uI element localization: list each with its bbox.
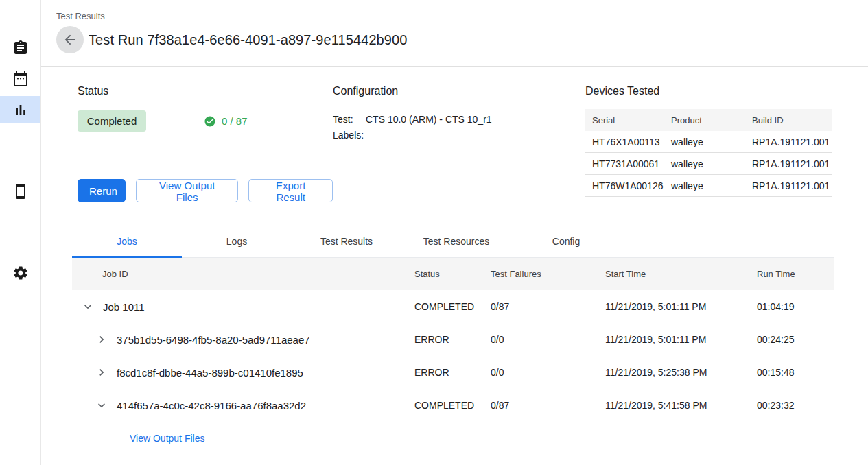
expand-attempt-button[interactable] (95, 333, 108, 346)
sidebar-item-test-plans[interactable] (0, 34, 40, 62)
view-output-files-link[interactable]: View Output Files (130, 433, 204, 444)
device-serial: HT7731A00061 (585, 158, 664, 169)
sidebar-item-schedule[interactable] (0, 65, 40, 93)
main-area: Test Results Test Run 7f38a1e4-6e66-4091… (41, 0, 868, 465)
tab-test-resources[interactable]: Test Resources (401, 225, 511, 257)
tab-bar: Jobs Logs Test Results Test Resources Co… (72, 225, 834, 258)
title-row: Test Run 7f38a1e4-6e66-4091-a897-9e11544… (56, 26, 868, 53)
devices-table-header: Serial Product Build ID (585, 109, 832, 131)
attempt-id: 414f657a-4c0c-42c8-9166-aa76f8aa32d2 (117, 400, 306, 412)
app-root: Test Results Test Run 7f38a1e4-6e66-4091… (0, 0, 868, 465)
tab-test-results[interactable]: Test Results (292, 225, 401, 257)
job-test-failures: 0/87 (491, 301, 605, 312)
job-attempt-row: f8cd1c8f-dbbe-44a5-899b-c01410fe1895 ERR… (72, 356, 834, 389)
devices-col-product: Product (664, 115, 745, 126)
bar-chart-icon (12, 102, 29, 118)
attempt-start-time: 11/21/2019, 5:41:58 PM (605, 400, 757, 411)
attempt-test-failures: 0/87 (491, 400, 605, 411)
sidebar-item-test-results[interactable] (0, 96, 40, 123)
configuration-details: Test: CTS 10.0 (ARM) - CTS 10_r1 Labels: (333, 114, 585, 141)
attempt-detail-row: View Output Files (72, 422, 834, 455)
attempt-id: f8cd1c8f-dbbe-44a5-899b-c01410fe1895 (117, 367, 303, 379)
tab-config[interactable]: Config (511, 225, 621, 257)
breadcrumb: Test Results (56, 11, 868, 21)
job-row: Job 1011 COMPLETED 0/87 11/21/2019, 5:01… (72, 290, 834, 323)
job-run-time: 01:04:19 (757, 301, 834, 312)
jobs-col-status: Status (414, 269, 491, 279)
job-attempt-row: 375b1d55-6498-4fb5-8a20-5ad9711aeae7 ERR… (72, 323, 834, 356)
tab-jobs[interactable]: Jobs (72, 225, 182, 257)
jobs-col-job-id: Job ID (72, 269, 414, 279)
sidebar-item-devices[interactable] (0, 178, 40, 205)
job-status: COMPLETED (414, 301, 491, 312)
devices-table: Serial Product Build ID HT76X1A00113 wal… (585, 109, 832, 197)
collapse-job-button[interactable] (81, 300, 95, 313)
failure-count: 0 / 87 (222, 115, 248, 127)
attempt-status: COMPLETED (414, 400, 491, 411)
config-test-value: CTS 10.0 (ARM) - CTS 10_r1 (366, 114, 585, 125)
device-row: HT7731A00061 walleye RP1A.191121.001 (585, 153, 832, 175)
device-build-id: RP1A.191121.001 (745, 158, 832, 169)
attempt-run-time: 00:24:25 (757, 334, 834, 345)
device-product: walleye (664, 136, 745, 147)
attempt-start-time: 11/21/2019, 5:25:38 PM (605, 367, 757, 378)
device-build-id: RP1A.191121.001 (745, 180, 832, 191)
device-row: HT76X1A00113 walleye RP1A.191121.001 (585, 131, 832, 153)
devices-heading: Devices Tested (585, 85, 832, 97)
jobs-col-start-time: Start Time (605, 269, 757, 279)
devices-col-build: Build ID (745, 115, 832, 126)
jobs-col-run-time: Run Time (757, 269, 834, 279)
job-attempt-row: 414f657a-4c0c-42c8-9166-aa76f8aa32d2 COM… (72, 389, 834, 422)
failure-summary: 0 / 87 (204, 115, 248, 128)
view-output-files-button[interactable]: View Output Files (136, 179, 238, 202)
action-buttons: Rerun View Output Files Export Result (78, 179, 333, 202)
jobs-table: Job ID Status Test Failures Start Time R… (72, 258, 834, 455)
device-row: HT76W1A00126 walleye RP1A.191121.001 (585, 175, 832, 197)
status-heading: Status (78, 85, 333, 97)
config-test-label: Test: (333, 114, 366, 125)
job-id: Job 1011 (103, 301, 145, 313)
devices-col-serial: Serial (585, 115, 664, 126)
chevron-right-icon (95, 333, 108, 346)
device-serial: HT76X1A00113 (585, 136, 664, 147)
arrow-back-icon (62, 32, 78, 47)
smartphone-icon (12, 183, 29, 200)
sidebar (0, 0, 41, 465)
page-title: Test Run 7f38a1e4-6e66-4091-a897-9e11544… (89, 32, 408, 48)
jobs-table-header: Job ID Status Test Failures Start Time R… (72, 258, 834, 290)
attempt-id: 375b1d55-6498-4fb5-8a20-5ad9711aeae7 (117, 334, 310, 346)
config-labels-label: Labels: (333, 130, 366, 141)
check-circle-icon (204, 115, 216, 128)
chevron-down-icon (95, 398, 108, 412)
attempt-status: ERROR (414, 367, 491, 378)
devices-section: Devices Tested Serial Product Build ID H… (585, 85, 832, 202)
attempt-test-failures: 0/0 (491, 367, 605, 378)
configuration-section: Configuration Test: CTS 10.0 (ARM) - CTS… (333, 85, 585, 202)
attempt-status: ERROR (414, 334, 491, 345)
collapse-attempt-button[interactable] (95, 398, 108, 412)
config-labels-value (366, 130, 585, 141)
page-header: Test Results Test Run 7f38a1e4-6e66-4091… (41, 0, 868, 67)
rerun-button[interactable]: Rerun (78, 179, 126, 202)
gear-icon (12, 265, 29, 281)
content: Status Completed 0 / 87 Rerun View Outpu… (41, 67, 868, 455)
back-button[interactable] (56, 26, 84, 53)
expand-attempt-button[interactable] (95, 366, 108, 379)
status-line: Completed 0 / 87 (78, 110, 333, 132)
attempt-run-time: 00:23:32 (757, 400, 834, 411)
chevron-down-icon (81, 300, 95, 313)
device-build-id: RP1A.191121.001 (745, 136, 832, 147)
export-result-button[interactable]: Export Result (248, 179, 333, 202)
attempt-test-failures: 0/0 (491, 334, 605, 345)
assignment-icon (12, 40, 29, 56)
chevron-right-icon (95, 366, 108, 379)
jobs-col-test-failures: Test Failures (491, 269, 605, 279)
device-serial: HT76W1A00126 (585, 180, 664, 191)
sidebar-item-settings[interactable] (0, 259, 40, 287)
configuration-heading: Configuration (333, 85, 585, 97)
tab-logs[interactable]: Logs (182, 225, 292, 257)
status-badge: Completed (78, 110, 146, 132)
job-start-time: 11/21/2019, 5:01:11 PM (605, 301, 757, 312)
attempt-run-time: 00:15:48 (757, 367, 834, 378)
calendar-icon (12, 71, 29, 87)
